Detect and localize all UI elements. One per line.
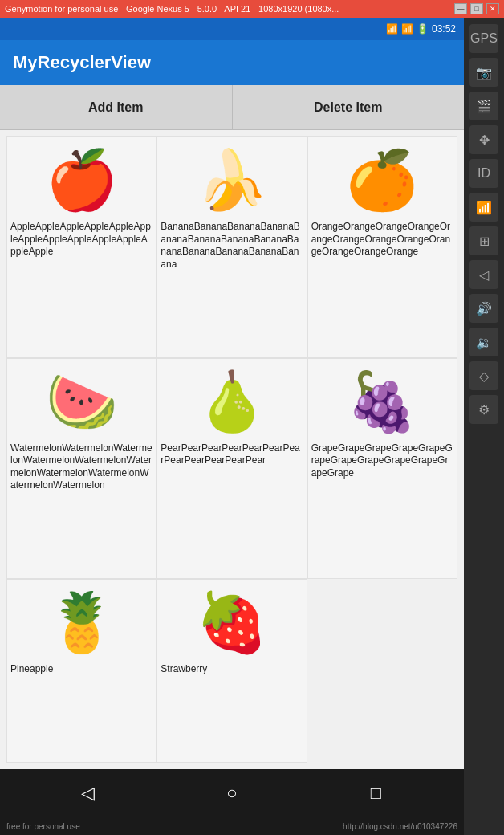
fruit-emoji: 🍌 xyxy=(196,144,268,216)
title-bar-controls: — □ ✕ xyxy=(454,3,499,14)
home-button[interactable]: ○ xyxy=(216,777,248,809)
app-bar: MyRecyclerView xyxy=(0,40,464,85)
signal-icon: 📶 xyxy=(401,23,413,35)
network-icon[interactable]: 📶 xyxy=(469,193,498,222)
volume-up-icon[interactable]: 🔊 xyxy=(469,294,498,323)
fruit-label: WatermelonWatermelonWatermelonWatermelon… xyxy=(10,442,152,492)
fruit-cell[interactable]: 🍉WatermelonWatermelonWatermelonWatermelo… xyxy=(6,358,156,580)
add-item-button[interactable]: Add Item xyxy=(0,85,233,129)
fruit-emoji: 🍓 xyxy=(196,586,268,658)
action-row: Add Item Delete Item xyxy=(0,85,464,130)
maximize-button[interactable]: □ xyxy=(470,3,483,14)
title-bar-text: Genymotion for personal use - Google Nex… xyxy=(5,4,454,14)
fruit-label: PearPearPearPearPearPearPearPearPearPear… xyxy=(161,442,303,467)
status-icons: 📶 📶 🔋 03:52 xyxy=(386,23,456,35)
fruit-emoji: 🍊 xyxy=(346,144,418,216)
time-display: 03:52 xyxy=(432,23,456,35)
media-icon[interactable]: 🎬 xyxy=(469,92,498,120)
watermark: free for personal use http://blog.csdn.n… xyxy=(0,817,464,835)
fruit-label: OrangeOrangeOrangeOrangeOrangeOrangeOran… xyxy=(311,221,453,259)
fruit-grid: 🍎AppleAppleAppleAppleAppleAppleAppleAppl… xyxy=(0,130,464,769)
fruit-label: AppleAppleAppleAppleAppleAppleAppleApple… xyxy=(10,221,152,259)
share-icon[interactable]: ◁ xyxy=(469,260,498,289)
fruit-cell[interactable]: 🍐PearPearPearPearPearPearPearPearPearPea… xyxy=(156,358,307,580)
fruit-label: Strawberry xyxy=(161,663,303,676)
fruit-emoji: 🍉 xyxy=(46,365,118,438)
id-icon[interactable]: ID xyxy=(469,159,498,188)
fruit-emoji: 🍎 xyxy=(46,144,118,216)
grid-icon[interactable]: ⊞ xyxy=(469,226,498,255)
camera-icon[interactable]: 📷 xyxy=(469,58,498,87)
title-bar: Genymotion for personal use - Google Nex… xyxy=(0,0,504,18)
fruit-emoji: 🍐 xyxy=(196,365,268,438)
back-button[interactable]: ◁ xyxy=(72,777,104,809)
watermark-left: free for personal use xyxy=(6,822,80,831)
volume-down-icon[interactable]: 🔉 xyxy=(469,328,498,356)
close-button[interactable]: ✕ xyxy=(486,3,499,14)
fruit-label: BananaBananaBananaBananaBananaBananaBana… xyxy=(161,221,303,271)
right-sidebar: GPS 📷 🎬 ✥ ID 📶 ⊞ ◁ 🔊 🔉 ◇ ⚙ xyxy=(464,18,504,780)
fruit-label: Pineapple xyxy=(10,663,152,676)
battery-icon: 🔋 xyxy=(417,23,429,35)
orientation-icon[interactable]: ✥ xyxy=(469,125,498,154)
fruit-cell[interactable]: 🍍Pineapple xyxy=(6,579,156,763)
fruit-cell[interactable]: 🍓Strawberry xyxy=(156,579,307,763)
fruit-cell[interactable]: 🍊OrangeOrangeOrangeOrangeOrangeOrangeOra… xyxy=(307,136,457,358)
settings-icon[interactable]: ⚙ xyxy=(469,395,498,424)
app-title: MyRecyclerView xyxy=(13,52,151,73)
fruit-cell[interactable]: 🍌BananaBananaBananaBananaBananaBananaBan… xyxy=(156,136,307,358)
rotate-icon[interactable]: ◇ xyxy=(469,361,498,390)
status-bar: 📶 📶 🔋 03:52 xyxy=(0,18,464,40)
phone-body: 📶 📶 🔋 03:52 MyRecyclerView Add Item Dele… xyxy=(0,18,464,835)
fruit-emoji: 🍇 xyxy=(346,365,418,438)
recent-button[interactable]: □ xyxy=(360,777,392,809)
navigation-bar: ◁ ○ □ xyxy=(0,769,464,817)
fruit-cell[interactable]: 🍇GrapeGrapeGrapeGrapeGrapeGrapeGrapeGrap… xyxy=(307,358,457,580)
fruit-emoji: 🍍 xyxy=(46,586,118,658)
delete-item-button[interactable]: Delete Item xyxy=(233,85,465,129)
fruit-label: GrapeGrapeGrapeGrapeGrapeGrapeGrapeGrape… xyxy=(311,442,453,480)
fruit-cell[interactable]: 🍎AppleAppleAppleAppleAppleAppleAppleAppl… xyxy=(6,136,156,358)
minimize-button[interactable]: — xyxy=(454,3,467,14)
watermark-right: http://blog.csdn.net/u010347226 xyxy=(343,822,457,831)
wifi-icon: 📶 xyxy=(386,23,398,35)
gps-icon[interactable]: GPS xyxy=(469,24,498,53)
